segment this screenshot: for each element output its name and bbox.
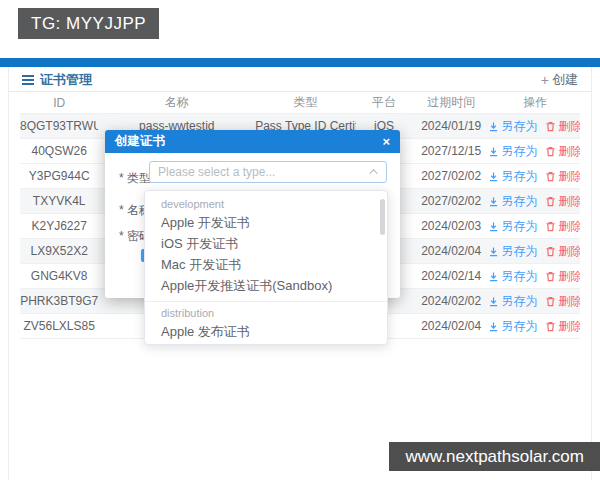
delete-button[interactable]: 删除 xyxy=(545,143,580,160)
dropdown-item[interactable]: iOS 开发证书 xyxy=(145,233,387,254)
cert-expires: 2027/02/02 xyxy=(412,194,490,208)
delete-button[interactable]: 删除 xyxy=(545,118,580,135)
trash-icon xyxy=(545,146,556,157)
dropdown-item[interactable]: Mac 开发证书 xyxy=(145,254,387,275)
panel-left-border xyxy=(8,67,9,480)
scrollbar-thumb[interactable] xyxy=(380,199,385,235)
download-icon xyxy=(490,271,499,282)
save-as-button[interactable]: 另存为 xyxy=(490,318,537,335)
cert-expires: 2027/12/15 xyxy=(412,144,490,158)
dropdown-item[interactable]: iOS 发布证书 xyxy=(145,342,387,345)
type-select[interactable]: Please select a type... xyxy=(149,161,387,183)
download-icon xyxy=(490,171,499,182)
cert-id: ZV56LXLS85 xyxy=(20,319,98,333)
column-header-expires: 过期时间 xyxy=(412,94,490,111)
cert-expires: 2024/01/19 xyxy=(412,119,490,133)
delete-button[interactable]: 删除 xyxy=(545,243,580,260)
cert-id: 8QGT93TRWU xyxy=(20,119,98,133)
column-header-actions: 操作 xyxy=(490,94,580,111)
delete-button[interactable]: 删除 xyxy=(545,193,580,210)
trash-icon xyxy=(545,196,556,207)
dropdown-group-development: development xyxy=(145,195,387,212)
save-as-button[interactable]: 另存为 xyxy=(490,268,537,285)
save-as-button[interactable]: 另存为 xyxy=(490,143,537,160)
telegram-watermark-badge: TG: MYYJJPP xyxy=(18,8,159,39)
type-dropdown-panel: development Apple 开发证书 iOS 开发证书 Mac 开发证书… xyxy=(144,190,388,345)
delete-button[interactable]: 删除 xyxy=(545,168,580,185)
delete-button[interactable]: 删除 xyxy=(545,318,580,335)
hamburger-menu-icon[interactable] xyxy=(22,75,34,85)
trash-icon xyxy=(545,171,556,182)
column-header-id: ID xyxy=(20,96,98,110)
dropdown-group-distribution: distribution xyxy=(145,304,387,321)
modal-header: 创建证书 × xyxy=(105,130,400,153)
save-as-button[interactable]: 另存为 xyxy=(490,243,537,260)
dropdown-item[interactable]: Apple 开发证书 xyxy=(145,212,387,233)
save-as-button[interactable]: 另存为 xyxy=(490,218,537,235)
cert-id: GNG4KV8 xyxy=(20,269,98,283)
panel-right-border xyxy=(591,67,592,480)
cert-expires: 2027/02/02 xyxy=(412,169,490,183)
save-as-button[interactable]: 另存为 xyxy=(490,193,537,210)
create-button[interactable]: + 创建 xyxy=(541,71,578,89)
chevron-up-icon xyxy=(369,169,377,177)
dropdown-item[interactable]: Apple开发推送证书(Sandbox) xyxy=(145,275,387,296)
download-icon xyxy=(490,246,499,257)
trash-icon xyxy=(545,296,556,307)
cert-id: TXYVK4L xyxy=(20,194,98,208)
cert-id: Y3PG944C xyxy=(20,169,98,183)
type-select-placeholder: Please select a type... xyxy=(158,165,275,179)
download-icon xyxy=(490,146,499,157)
plus-icon: + xyxy=(541,72,549,88)
delete-button[interactable]: 删除 xyxy=(545,268,580,285)
column-header-name: 名称 xyxy=(98,94,255,111)
column-header-platform: 平台 xyxy=(356,94,412,111)
trash-icon xyxy=(545,246,556,257)
close-icon[interactable]: × xyxy=(382,135,390,148)
dropdown-divider xyxy=(145,301,387,302)
table-header-row: ID 名称 类型 平台 过期时间 操作 xyxy=(20,92,580,114)
delete-button[interactable]: 删除 xyxy=(545,293,580,310)
trash-icon xyxy=(545,121,556,132)
page-title: 证书管理 xyxy=(40,71,92,89)
save-as-button[interactable]: 另存为 xyxy=(490,293,537,310)
cert-id: PHRK3BT9G7 xyxy=(20,294,98,308)
cert-id: 40QSW26 xyxy=(20,144,98,158)
download-icon xyxy=(490,121,499,132)
modal-title: 创建证书 xyxy=(115,133,165,150)
delete-button[interactable]: 删除 xyxy=(545,218,580,235)
trash-icon xyxy=(545,321,556,332)
trash-icon xyxy=(545,271,556,282)
download-icon xyxy=(490,196,499,207)
column-header-type: 类型 xyxy=(255,94,356,111)
save-as-button[interactable]: 另存为 xyxy=(490,118,537,135)
dropdown-item[interactable]: Apple 发布证书 xyxy=(145,321,387,342)
download-icon xyxy=(490,296,499,307)
trash-icon xyxy=(545,221,556,232)
download-icon xyxy=(490,221,499,232)
cert-expires: 2024/02/04 xyxy=(412,244,490,258)
page-header: 证书管理 + 创建 xyxy=(9,68,591,92)
download-icon xyxy=(490,321,499,332)
top-accent-bar xyxy=(0,58,600,67)
save-as-button[interactable]: 另存为 xyxy=(490,168,537,185)
cert-expires: 2024/02/02 xyxy=(412,294,490,308)
cert-id: LX9X52X2 xyxy=(20,244,98,258)
cert-expires: 2024/02/03 xyxy=(412,219,490,233)
create-button-label: 创建 xyxy=(552,71,578,89)
cert-expires: 2024/02/14 xyxy=(412,269,490,283)
website-watermark-badge: www.nextpathsolar.com xyxy=(389,442,600,471)
cert-expires: 2024/02/04 xyxy=(412,319,490,333)
cert-id: K2YJ6227 xyxy=(20,219,98,233)
